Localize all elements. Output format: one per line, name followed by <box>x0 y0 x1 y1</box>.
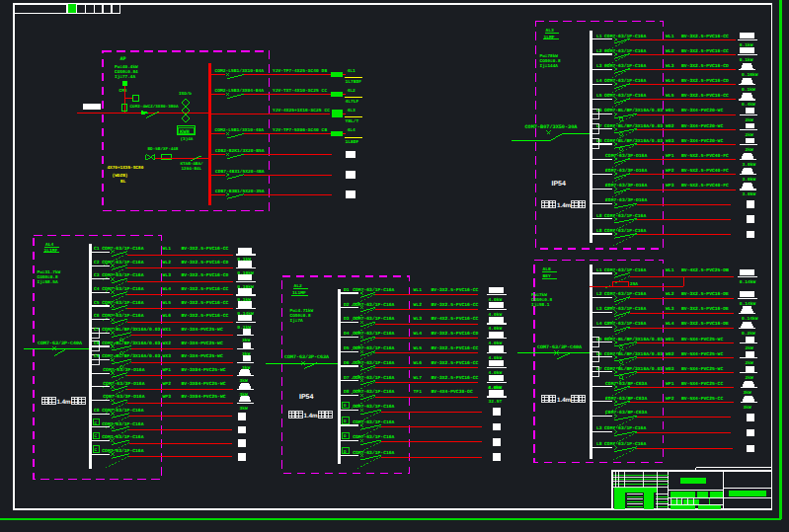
svg-text:COM7-63/1P-C16A: COM7-63/1P-C16A <box>102 448 143 454</box>
svg-text:COM7-63/1P-C16A: COM7-63/1P-C16A <box>353 404 394 410</box>
svg-text:BV-4X2.5-PVC25-DB: BV-4X2.5-PVC25-DB <box>681 267 729 273</box>
svg-text:COM7-63/BP-C63A: COM7-63/BP-C63A <box>605 396 647 402</box>
svg-text:BV-3X2.5-PVC16-CC: BV-3X2.5-PVC16-CC <box>681 93 729 99</box>
svg-text:COM7-63/BP-C63A: COM7-63/BP-C63A <box>605 410 647 416</box>
svg-text:COM7-63/1P-C16A: COM7-63/1P-C16A <box>604 34 646 39</box>
svg-text:Y8L/T: Y8L/T <box>346 118 359 124</box>
svg-text:WP1: WP1 <box>163 367 172 373</box>
svg-text:WP1: WP1 <box>666 153 674 159</box>
svg-text:D: D <box>344 419 347 424</box>
svg-text:WL6: WL6 <box>163 313 172 319</box>
svg-text:0.1kW: 0.1kW <box>740 57 753 63</box>
svg-text:WP3: WP3 <box>666 183 674 189</box>
svg-text:COM7-63/3P-D16A: COM7-63/3P-D16A <box>605 197 647 203</box>
svg-text:L3: L3 <box>596 63 602 69</box>
svg-text:COM2-L5B1/3X10-40A: COM2-L5B1/3X10-40A <box>215 127 265 133</box>
svg-text:COM7-63/1P-C16A: COM7-63/1P-C16A <box>604 78 646 84</box>
svg-text:D4: D4 <box>344 331 350 337</box>
svg-text:2kW: 2kW <box>746 117 754 123</box>
svg-text:COM7-63/1P-C16A: COM7-63/1P-C16A <box>102 272 143 278</box>
svg-text:4.0kW: 4.0kW <box>489 341 503 346</box>
svg-text:COM7-63/1P-C16A: COM7-63/1P-C16A <box>102 300 143 306</box>
svg-text:Ij=77.4A: Ij=77.4A <box>115 74 135 80</box>
svg-text:BV-3X4-PVC25-WC: BV-3X4-PVC25-WC <box>182 353 223 359</box>
svg-text:Ij=5B.1: Ij=5B.1 <box>531 302 550 308</box>
svg-text:Ij=7A: Ij=7A <box>290 318 304 324</box>
svg-text:WX1: WX1 <box>163 327 172 333</box>
svg-text:COM7-BL/BP/3X16A/0.03: COM7-BL/BP/3X16A/0.03 <box>604 108 663 114</box>
svg-text:W01: W01 <box>666 337 674 342</box>
svg-text:C8: C8 <box>94 408 100 414</box>
svg-text:L8: L8 <box>596 138 602 144</box>
svg-text:COM7-63/1P-C16A: COM7-63/1P-C16A <box>102 286 143 292</box>
svg-text:W02: W02 <box>666 123 674 129</box>
svg-text:L8: L8 <box>596 228 602 234</box>
svg-text:BV-5X4-PVC25-WC: BV-5X4-PVC25-WC <box>681 351 723 357</box>
svg-text:BV-3X2.5-PVC16-CC: BV-3X2.5-PVC16-CC <box>182 313 229 319</box>
svg-text:32.5T: 32.5T <box>489 399 503 405</box>
svg-text:BV-3X4-PVC20-WC: BV-3X4-PVC20-WC <box>681 138 723 144</box>
svg-text:COM7-63/1P-C16A: COM7-63/1P-C16A <box>353 287 394 293</box>
svg-text:D: D <box>344 404 347 409</box>
svg-text:L7: L7 <box>596 366 602 372</box>
svg-text:L3: L3 <box>596 425 602 431</box>
svg-text:BV-5X2.5-PVC40-FC: BV-5X2.5-PVC40-FC <box>681 168 729 174</box>
svg-text:COM7-BL/BP/3X16A/0.03: COM7-BL/BP/3X16A/0.03 <box>604 123 663 129</box>
svg-text:L8: L8 <box>596 441 602 447</box>
svg-text:COM7-BL/BP/3X16A/0.03: COM7-BL/BP/3X16A/0.03 <box>604 366 663 372</box>
svg-text:COM7-63/3P-C40A: COM7-63/3P-C40A <box>38 341 82 346</box>
svg-text:D8: D8 <box>344 389 350 395</box>
svg-text:COM7-BL/BP/3X16A/0.03: COM7-BL/BP/3X16A/0.03 <box>604 337 663 342</box>
svg-text:BV-3X2.5-PVC16-CC: BV-3X2.5-PVC16-CC <box>432 302 479 308</box>
svg-text:COM7-BL/BP/3X16A/0.03: COM7-BL/BP/3X16A/0.03 <box>102 341 160 346</box>
svg-text:BV-4X4-PVC30-OC: BV-4X4-PVC30-OC <box>432 389 473 395</box>
svg-text:BV-3X2.5-PVC16-CC: BV-3X2.5-PVC16-CC <box>182 246 229 252</box>
svg-text:C3: C3 <box>94 272 100 278</box>
svg-text:BV-5X4-PVC25-WC: BV-5X4-PVC25-WC <box>681 337 723 342</box>
svg-text:YJV-TP7-5X06-SC40 CB: YJV-TP7-5X06-SC40 CB <box>273 127 327 133</box>
svg-text:BV-5X2.5-PVC40-FC: BV-5X2.5-PVC40-FC <box>681 183 729 189</box>
svg-text:BV-3X2.5-PVC16-CD: BV-3X2.5-PVC16-CD <box>182 260 229 266</box>
svg-text:L8: L8 <box>596 213 602 219</box>
svg-text:0.4kW: 0.4kW <box>742 102 755 108</box>
svg-text:COM7-63/1P-C16A: COM7-63/1P-C16A <box>604 441 646 447</box>
svg-text:D: D <box>344 434 347 439</box>
svg-text:COM7-63/3P-D16A: COM7-63/3P-D16A <box>103 381 144 387</box>
svg-text:BV-4X2.5-PVC16-CC: BV-4X2.5-PVC16-CC <box>432 316 479 322</box>
svg-text:D: D <box>344 450 347 455</box>
svg-text:L6: L6 <box>596 351 602 357</box>
svg-text:WL1: WL1 <box>414 287 423 293</box>
svg-text:COM7-63/1P-C16A: COM7-63/1P-C16A <box>604 291 646 297</box>
svg-text:COM7-BL/BP/3X16A/0.03: COM7-BL/BP/3X16A/0.03 <box>604 138 663 144</box>
svg-text:WL3: WL3 <box>163 272 172 278</box>
svg-text:(3)4A: (3)4A <box>181 136 194 142</box>
svg-text:BV-3X2.5-PVC16-CD: BV-3X2.5-PVC16-CD <box>182 272 229 278</box>
svg-text:COM7-63/1P-C16A: COM7-63/1P-C16A <box>353 316 394 322</box>
svg-text:4L3: 4L3 <box>348 108 356 114</box>
svg-text:WL2: WL2 <box>414 302 423 308</box>
svg-text:3kW: 3kW <box>744 405 752 411</box>
svg-text:Pw=78kW: Pw=78kW <box>540 53 559 59</box>
svg-text:WP2: WP2 <box>666 168 674 174</box>
svg-text:Ij=144A: Ij=144A <box>540 63 559 69</box>
svg-text:COM7-63/1P-C16A: COM7-63/1P-C16A <box>353 434 394 440</box>
svg-text:L5: L5 <box>596 93 602 99</box>
svg-text:L4: L4 <box>596 321 602 327</box>
svg-text:BV-3X2.5-PVC16-DE: BV-3X2.5-PVC16-DE <box>681 306 729 312</box>
svg-text:BV-3X04-PVC25-WC: BV-3X04-PVC25-WC <box>182 381 226 387</box>
svg-text:WP3: WP3 <box>163 394 172 400</box>
svg-text:BV-3X2.5-PVC16-DE: BV-3X2.5-PVC16-DE <box>681 321 729 327</box>
svg-text:C6: C6 <box>94 313 100 319</box>
svg-text:W02: W02 <box>666 351 674 357</box>
svg-text:C4: C4 <box>94 286 100 292</box>
svg-text:0.14kW: 0.14kW <box>742 316 758 322</box>
svg-text:0.1kW: 0.1kW <box>740 42 753 48</box>
svg-text:ISD/b: ISD/b <box>179 91 192 97</box>
svg-text:WL2: WL2 <box>666 48 674 54</box>
svg-text:1.4m: 1.4m <box>557 202 572 209</box>
svg-text:WX2: WX2 <box>163 341 172 346</box>
svg-text:COM7-63/1P-C16A: COM7-63/1P-C16A <box>604 306 646 312</box>
svg-text:1.4m: 1.4m <box>304 413 319 419</box>
svg-text:BV-3X2.5-PVC16-CC: BV-3X2.5-PVC16-CC <box>432 345 479 351</box>
svg-text:YJV-TXT-4X10-SC25 CC: YJV-TXT-4X10-SC25 CC <box>273 88 327 94</box>
